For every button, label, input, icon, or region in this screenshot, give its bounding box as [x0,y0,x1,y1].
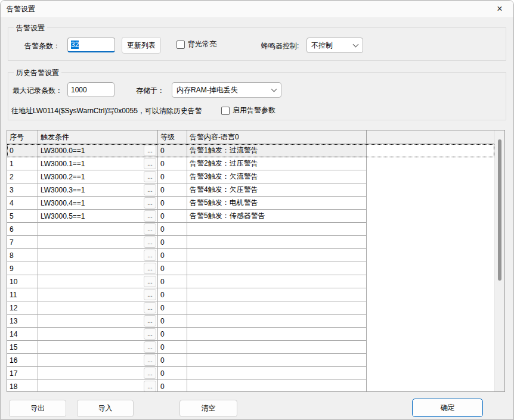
cell-level[interactable]: 0 [158,236,187,249]
cell-condition[interactable]: ... [38,288,158,301]
browse-button[interactable]: ... [144,158,156,169]
cell-level[interactable]: 0 [158,262,187,275]
cell-level[interactable]: 0 [158,210,187,223]
browse-button[interactable]: ... [144,210,156,222]
cell-level[interactable]: 0 [158,157,187,170]
table-row[interactable]: 18...0 [7,380,494,391]
browse-button[interactable]: ... [144,171,156,182]
close-icon[interactable]: × [490,2,510,16]
cell-content[interactable] [187,354,367,367]
browse-button[interactable]: ... [144,250,156,261]
cell-condition[interactable]: ... [38,328,158,341]
table-row[interactable]: 10...0 [7,275,494,288]
cell-condition[interactable]: LW3000.3==1... [38,183,158,197]
cell-level[interactable]: 0 [158,367,187,380]
cell-content[interactable]: 告警3触发：欠流警告 [187,170,367,183]
cell-level[interactable]: 0 [158,144,187,157]
browse-button[interactable]: ... [144,197,156,209]
browse-button[interactable]: ... [144,315,156,326]
cell-condition[interactable]: ... [38,367,158,380]
cell-level[interactable]: 0 [158,170,187,183]
browse-button[interactable]: ... [144,223,156,235]
cell-level[interactable]: 0 [158,301,187,315]
table-row[interactable]: 7...0 [7,236,494,249]
cell-level[interactable]: 0 [158,315,187,328]
cell-condition[interactable]: LW3000.0==1... [38,144,158,157]
cell-content[interactable] [187,236,367,249]
cell-condition[interactable]: ... [38,341,158,354]
enable-params-checkbox-row[interactable]: 启用告警参数 [221,105,275,116]
cell-condition[interactable]: LW3000.2==1... [38,170,158,183]
table-row[interactable]: 4LW3000.4==1...0告警5触发：电机警告 [7,197,494,210]
cell-level[interactable]: 0 [158,197,187,210]
browse-button[interactable]: ... [144,341,156,353]
table-row[interactable]: 0LW3000.0==1...0告警1触发：过流警告 [7,144,494,157]
cell-content[interactable] [187,367,367,380]
cell-content[interactable] [187,223,367,236]
cell-condition[interactable]: ... [38,380,158,391]
alarm-count-input[interactable]: 32 [67,38,115,52]
cell-condition[interactable]: LW3000.4==1... [38,197,158,210]
cell-condition[interactable]: ... [38,275,158,288]
table-row[interactable]: 8...0 [7,249,494,262]
cell-level[interactable]: 0 [158,183,187,197]
cell-content[interactable] [187,341,367,354]
buzzer-dropdown[interactable]: 不控制 [306,38,363,53]
cell-condition[interactable]: ... [38,236,158,249]
vertical-scrollbar[interactable] [494,130,504,391]
cell-condition[interactable]: ... [38,301,158,315]
table-row[interactable]: 16...0 [7,354,494,367]
cell-condition[interactable]: ... [38,315,158,328]
cell-level[interactable]: 0 [158,328,187,341]
cell-content[interactable] [187,288,367,301]
cell-content[interactable] [187,301,367,315]
cell-content[interactable] [187,328,367,341]
enable-params-checkbox[interactable] [221,107,230,115]
table-row[interactable]: 3LW3000.3==1...0告警4触发：欠压警告 [7,183,494,197]
cell-level[interactable]: 0 [158,275,187,288]
browse-button[interactable]: ... [144,368,156,379]
browse-button[interactable]: ... [144,381,156,391]
browse-button[interactable]: ... [144,263,156,274]
table-row[interactable]: 14...0 [7,328,494,341]
cell-condition[interactable]: ... [38,249,158,262]
table-row[interactable]: 2LW3000.2==1...0告警3触发：欠流警告 [7,170,494,183]
cell-content[interactable] [187,262,367,275]
browse-button[interactable]: ... [144,302,156,313]
storage-dropdown[interactable]: 内存RAM-掉电丢失 [172,82,281,98]
max-records-input[interactable]: 1000 [67,82,114,97]
cell-level[interactable]: 0 [158,249,187,262]
browse-button[interactable]: ... [144,289,156,300]
table-row[interactable]: 9...0 [7,262,494,275]
cell-content[interactable] [187,315,367,328]
browse-button[interactable]: ... [144,145,156,156]
browse-button[interactable]: ... [144,354,156,366]
table-row[interactable]: 12...0 [7,301,494,315]
backlight-checkbox-row[interactable]: 背光常亮 [177,39,216,49]
browse-button[interactable]: ... [144,184,156,195]
cell-content[interactable]: 告警4触发：欠压警告 [187,183,367,197]
browse-button[interactable]: ... [144,237,156,248]
import-button[interactable]: 导入 [77,400,134,417]
cell-level[interactable]: 0 [158,223,187,236]
cell-condition[interactable]: ... [38,354,158,367]
cell-content[interactable]: 告警2触发：过压警告 [187,157,367,170]
cell-level[interactable]: 0 [158,354,187,367]
export-button[interactable]: 导出 [9,400,66,417]
table-row[interactable]: 15...0 [7,341,494,354]
cell-content[interactable]: 告警1触发：过流警告 [187,144,367,157]
browse-button[interactable]: ... [144,276,156,287]
cell-content[interactable]: 告警5触发：传感器警告 [187,210,367,223]
cell-condition[interactable]: LW3000.5==1... [38,210,158,223]
ok-button[interactable]: 确定 [412,399,483,417]
cell-content[interactable] [187,275,367,288]
cell-content[interactable] [187,249,367,262]
table-row[interactable]: 13...0 [7,315,494,328]
cell-content[interactable] [187,380,367,391]
cell-level[interactable]: 0 [158,380,187,391]
browse-button[interactable]: ... [144,328,156,340]
table-row[interactable]: 5LW3000.5==1...0告警5触发：传感器警告 [7,210,494,223]
cell-level[interactable]: 0 [158,341,187,354]
cell-condition[interactable]: ... [38,223,158,236]
cell-content[interactable]: 告警5触发：电机警告 [187,197,367,210]
